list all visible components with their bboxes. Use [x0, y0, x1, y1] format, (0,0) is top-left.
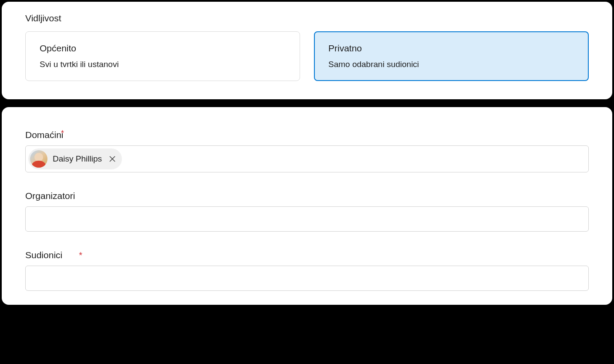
required-indicator-icon: * — [79, 250, 82, 260]
visibility-panel: Vidljivost Općenito Svi u tvrtki ili ust… — [2, 2, 612, 99]
participants-input[interactable] — [25, 266, 589, 291]
option-title: Općenito — [40, 43, 286, 54]
avatar — [30, 150, 47, 168]
visibility-options: Općenito Svi u tvrtki ili ustanovi Priva… — [25, 31, 589, 81]
visibility-option-general[interactable]: Općenito Svi u tvrtki ili ustanovi — [25, 31, 300, 81]
option-description: Svi u tvrtki ili ustanovi — [40, 60, 286, 69]
organizers-label: Organizatori — [25, 191, 589, 201]
chip-name: Daisy Phillips — [53, 154, 102, 164]
hosts-label-text: Domaćini — [25, 130, 64, 140]
required-indicator-icon: * — [61, 129, 64, 138]
visibility-option-private[interactable]: Privatno Samo odabrani sudionici — [314, 31, 589, 81]
visibility-label: Vidljivost — [25, 13, 589, 24]
close-icon[interactable] — [108, 155, 117, 163]
hosts-field-group: Domaćini * Daisy Phillips — [25, 130, 589, 172]
participants-panel: Domaćini * Daisy Phillips Organizatori — [2, 107, 612, 305]
option-title: Privatno — [328, 43, 574, 54]
hosts-label: Domaćini * — [25, 130, 589, 140]
person-chip: Daisy Phillips — [28, 148, 122, 169]
hosts-input[interactable]: Daisy Phillips — [25, 145, 589, 172]
option-description: Samo odabrani sudionici — [328, 60, 574, 69]
participants-field-group: Sudionici * — [25, 250, 589, 291]
participants-label-text: Sudionici — [25, 250, 62, 260]
organizers-input[interactable] — [25, 206, 589, 232]
organizers-field-group: Organizatori — [25, 191, 589, 232]
participants-label: Sudionici * — [25, 250, 589, 260]
